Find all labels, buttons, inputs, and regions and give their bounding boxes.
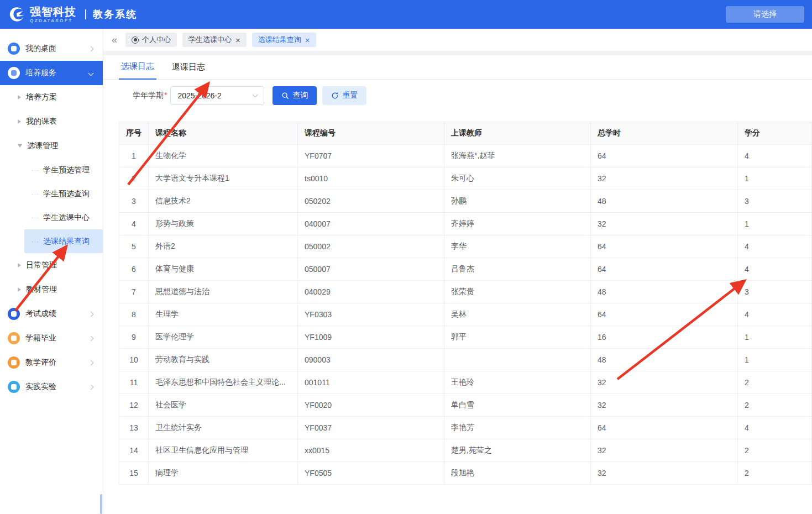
table-row[interactable]: 5外语2050002李华644 [119,235,812,258]
table-cell: 001011 [298,371,444,394]
table-cell: 14 [119,439,149,462]
table-cell: 4 [738,258,812,281]
table-cell: 32 [591,371,738,394]
table-cell: 12 [119,394,149,417]
sidebar-item-7[interactable]: ···学生选课中心 [24,206,103,229]
table-cell: 4 [738,235,812,258]
tree-leaf-dots: ··· [32,238,39,245]
tree-leaf-dots: ··· [32,167,39,174]
target-icon [132,36,139,44]
table-cell: 040007 [298,213,444,235]
term-select[interactable]: 2025-2026-2 [170,86,264,105]
table-cell: 3 [119,190,149,213]
table-cell: 32 [591,167,738,190]
sidebar-item-label: 学生选课中心 [43,213,90,223]
chevron-down-icon [88,70,94,76]
sidebar-scrollbar-thumb[interactable] [100,494,102,514]
sidebar-item-11[interactable]: 考试成绩 [0,302,103,326]
sidebar-item-13[interactable]: 教学评价 [0,350,103,375]
table-row[interactable]: 3信息技术2050202孙鹏483 [119,190,812,213]
table-row[interactable]: 13卫生统计实务YF0037李艳芳644 [119,417,812,439]
open-tab-1[interactable]: 学生选课中心× [182,33,247,47]
exam-scores-icon [8,308,20,320]
table-cell: 生物化学 [149,145,298,167]
table-cell: 思想道德与法治 [149,281,298,303]
table-cell: 13 [119,417,149,439]
training-service-icon [8,67,20,79]
table-cell: 64 [591,417,738,439]
table-cell: 040029 [298,281,444,303]
sidebar-item-3[interactable]: 我的课表 [0,109,103,134]
sidebar-item-2[interactable]: 培养方案 [0,85,103,109]
chevron-right-icon [88,384,94,390]
sidebar-item-0[interactable]: 我的桌面 [0,36,103,61]
query-button[interactable]: 查询 [273,86,317,105]
query-button-label: 查询 [292,91,308,101]
table-row[interactable]: 2大学语文专升本课程1ts0010朱可心321 [119,167,812,190]
open-tab-2[interactable]: 选课结果查询× [252,33,316,47]
tree-leaf-dots: ··· [32,191,39,197]
table-cell: 2 [738,394,812,417]
sidebar-item-label: 培养服务 [25,68,56,78]
sidebar: 我的桌面培养服务培养方案我的课表选课管理···学生预选管理···学生预选查询··… [0,29,103,514]
table-cell: 64 [591,258,738,281]
collapse-tabs-icon[interactable]: « [109,35,120,45]
sidebar-item-6[interactable]: ···学生预选查询 [24,182,103,206]
table-row[interactable]: 11毛泽东思想和中国特色社会主义理论...001011王艳玲322 [119,371,812,394]
reset-button[interactable]: 重置 [322,86,366,105]
sidebar-item-10[interactable]: 教材管理 [0,277,103,302]
table-cell: 吕鲁杰 [444,258,591,281]
table-cell: 48 [591,190,738,213]
column-header: 课程编号 [298,122,444,145]
table-cell: 64 [591,235,738,258]
user-select-dropdown[interactable]: 请选择 [726,6,804,23]
table-cell: 吴林 [444,303,591,326]
table-cell [444,349,591,371]
sidebar-item-12[interactable]: 学籍毕业 [0,326,103,350]
header-row: 序号课程名称课程编号上课教师总学时学分 [119,122,812,145]
table-row[interactable]: 8生理学YF0303吴林644 [119,303,812,326]
practice-experiment-icon [8,381,20,393]
table-row[interactable]: 9医学伦理学YF1009郭平161 [119,326,812,349]
table-cell: 5 [119,235,149,258]
brand-area: 强智科技 QZDATASOFT 教务系统 [6,4,137,25]
course-table-wrap: 序号课程名称课程编号上课教师总学时学分 1生物化学YF0707张海燕*,赵菲64… [103,117,812,485]
table-cell: 卫生统计实务 [149,417,298,439]
open-tab-0[interactable]: 个人中心 [125,33,177,47]
table-row[interactable]: 10劳动教育与实践090003481 [119,349,812,371]
sidebar-item-9[interactable]: 日常管理 [0,253,103,277]
log-tab-1[interactable]: 退课日志 [170,62,207,79]
sidebar-item-14[interactable]: 实践实验 [0,375,103,399]
course-table-header: 序号课程名称课程编号上课教师总学时学分 [119,122,812,145]
table-row[interactable]: 15病理学YF0505段旭艳322 [119,462,812,485]
table-row[interactable]: 7思想道德与法治040029张荣贵483 [119,281,812,303]
sidebar-item-label: 选课管理 [27,141,58,151]
close-icon[interactable]: × [235,36,240,44]
sidebar-item-5[interactable]: ···学生预选管理 [24,158,103,182]
sidebar-item-label: 教学评价 [25,358,56,368]
student-status-icon [8,332,20,344]
tree-leaf-dots: ··· [32,214,39,221]
log-tab-0[interactable]: 选课日志 [119,61,156,80]
tree-collapsed-icon [18,95,21,99]
sidebar-item-1[interactable]: 培养服务 [0,61,103,85]
table-row[interactable]: 6体育与健康050007吕鲁杰644 [119,258,812,281]
table-cell: 3 [738,281,812,303]
query-panel: 选课日志退课日志 学年学期* 2025-2026-2 查询 [103,55,812,514]
close-icon[interactable]: × [305,36,310,44]
chevron-right-icon [88,335,94,341]
table-cell: 病理学 [149,462,298,485]
table-row[interactable]: 1生物化学YF0707张海燕*,赵菲644 [119,145,812,167]
table-cell: 32 [591,462,738,485]
table-cell: 4 [738,145,812,167]
sidebar-item-label: 学生预选查询 [43,189,90,199]
table-row[interactable]: 14社区卫生信息化应用与管理xx0015楚男,苑莹之322 [119,439,812,462]
sidebar-item-4[interactable]: 选课管理 [0,134,103,158]
table-cell: YF0707 [298,145,444,167]
sidebar-item-label: 考试成绩 [25,309,56,319]
column-header: 学分 [738,122,812,145]
sidebar-item-8[interactable]: ···选课结果查询 [24,229,103,253]
table-row[interactable]: 12社会医学YF0020单白雪322 [119,394,812,417]
table-row[interactable]: 4形势与政策040007齐婷婷321 [119,213,812,235]
table-cell: 16 [591,326,738,349]
